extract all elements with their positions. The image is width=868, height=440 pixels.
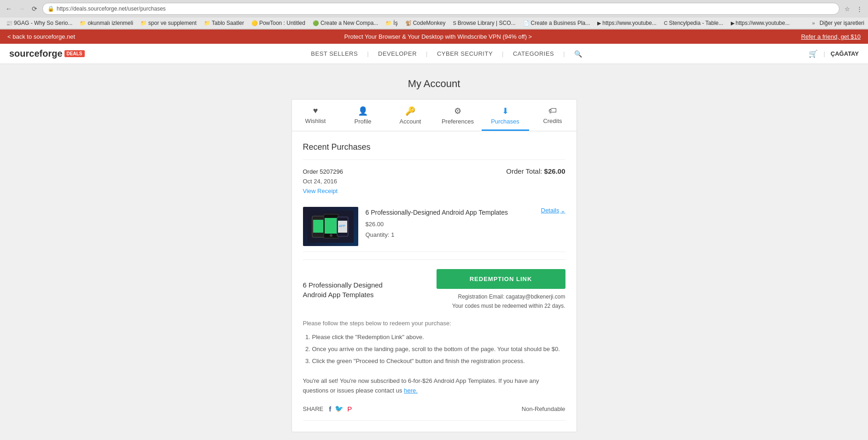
account-content: Recent Purchases Order 5207296 Oct 24, 2… (292, 131, 577, 432)
nav-cyber-security[interactable]: CYBER SECURITY (437, 50, 493, 57)
order-id: Order 5207296 (303, 167, 343, 177)
bookmark-codemonkey[interactable]: 🐒 CodeMonkey (403, 19, 448, 27)
bookmark-label: İş (393, 20, 397, 26)
step-2: Once you arrive on the landing page, scr… (312, 343, 565, 355)
pinterest-share-icon[interactable]: P (347, 405, 352, 413)
bookmark-icon: 📄 (523, 20, 530, 26)
bookmark-label: Browse Library | SCO... (458, 20, 516, 26)
bookmark-youtube1[interactable]: ▶ https://www.youtube... (595, 19, 658, 27)
order-total-value: $26.00 (544, 167, 565, 175)
view-receipt-link[interactable]: View Receipt (303, 188, 338, 194)
order-item: APP 6 Professionally-Designed Android Ap… (303, 201, 565, 252)
redemption-section: 6 Professionally Designed Android App Te… (303, 260, 565, 413)
bookmark-tablo[interactable]: 📁 Tablo Saatler (202, 19, 246, 27)
bookmark-icon: 🟢 (313, 20, 319, 26)
back-button[interactable]: ← (4, 4, 14, 14)
tab-account[interactable]: 🔑 Account (387, 100, 434, 131)
tab-label-purchases: Purchases (491, 118, 519, 125)
bookmark-youtube2[interactable]: ▶ https://www.youtube... (728, 19, 792, 27)
page-content: My Account ♥ Wishlist 👤 Profile 🔑 Accoun… (0, 64, 868, 440)
bookmark-spor[interactable]: 📁 spor ve supplement (138, 19, 199, 27)
tab-label-credits: Credits (543, 117, 562, 124)
facebook-share-icon[interactable]: f (329, 405, 331, 413)
reload-button[interactable]: ⟳ (29, 4, 40, 14)
search-icon[interactable]: 🔍 (574, 50, 583, 58)
twitter-share-icon[interactable]: 🐦 (335, 405, 344, 413)
bookmark-icon: 🟡 (251, 20, 258, 26)
nav-developer[interactable]: DEVELOPER (378, 50, 417, 57)
purchases-icon: ⬇ (502, 106, 509, 116)
url-bar[interactable]: 🔒 https://deals.sourceforge.net/user/pur… (42, 3, 839, 15)
announcement-promo[interactable]: Protect Your Browser & Your Desktop with… (75, 33, 801, 40)
nav-best-sellers[interactable]: BEST SELLERS (311, 50, 358, 57)
site-logo[interactable]: sourceforge DEALS (9, 48, 85, 59)
chevron-down-icon: ⌄ (560, 207, 565, 214)
browser-chrome: ← → ⟳ 🔒 https://deals.sourceforge.net/us… (0, 0, 868, 29)
step-1: Please click the "Redemption Link" above… (312, 331, 565, 343)
redemption-product-name: 6 Professionally Designed Android App Te… (303, 280, 404, 299)
tab-preferences[interactable]: ⚙ Preferences (434, 100, 482, 131)
bookmark-label: Create a New Compa... (320, 20, 378, 26)
bookmark-browse-library[interactable]: S Browse Library | SCO... (450, 19, 518, 27)
bookmark-icon: S (453, 20, 456, 26)
reg-email-value: cagatay@bdkenerji.com (506, 293, 565, 300)
non-refundable-label: Non-Refundable (522, 405, 565, 412)
bookmark-powtoon[interactable]: 🟡 PowToon : Untitled (249, 19, 308, 27)
bottom-divider (303, 420, 565, 421)
redemption-link-button[interactable]: REDEMPTION LINK (437, 269, 565, 289)
tab-wishlist[interactable]: ♥ Wishlist (292, 100, 339, 131)
header-right: 🛒 | ÇAĞATAY (809, 49, 859, 58)
reg-email-label: Registration Email: (458, 293, 505, 300)
bookmark-create-business[interactable]: 📄 Create a Business Pla... (521, 19, 593, 27)
svg-rect-2 (313, 220, 323, 233)
nav-categories[interactable]: CATEGORIES (513, 50, 554, 57)
tab-purchases[interactable]: ⬇ Purchases (482, 100, 529, 131)
browser-menu[interactable]: ⋮ (854, 4, 864, 14)
page-title: My Account (9, 78, 859, 90)
reg-email-line: Registration Email: cagatay@bdkenerji.co… (437, 293, 565, 301)
forward-button[interactable]: → (17, 4, 27, 14)
bookmarks-overflow[interactable]: » (812, 20, 815, 26)
footer-contact-link[interactable]: here. (404, 387, 418, 394)
bookmark-icon: 🐒 (405, 20, 412, 26)
account-icon: 🔑 (405, 106, 415, 116)
site-header: sourceforge DEALS BEST SELLERS | DEVELOP… (0, 44, 868, 64)
bookmark-star[interactable]: ☆ (842, 4, 852, 14)
details-link[interactable]: Details ⌄ (541, 207, 565, 214)
bookmark-label: okunmalı izlenmeli (87, 20, 133, 26)
order-date: Oct 24, 2016 (303, 177, 343, 187)
bookmark-is[interactable]: 📁 İş (383, 19, 400, 27)
steps-intro: Please follow the steps below to redeem … (303, 320, 565, 327)
share-bar: SHARE f 🐦 P Non-Refundable (303, 405, 565, 413)
back-to-sourceforge[interactable]: < back to sourceforge.net (7, 33, 75, 40)
bookmark-icon: 📰 (6, 20, 12, 26)
bookmark-folder-other[interactable]: Diğer yer işaretleri (820, 20, 864, 26)
tab-credits[interactable]: 🏷 Credits (529, 100, 577, 131)
bookmarks-bar: 📰 9GAG - Why So Serio... 📁 okunmalı izle… (0, 18, 868, 29)
nav-divider: | (823, 50, 825, 57)
bookmark-okunmali[interactable]: 📁 okunmalı izlenmeli (77, 19, 135, 27)
nav-divider: | (426, 50, 428, 57)
logo-deals-badge: DEALS (64, 50, 85, 57)
tab-profile[interactable]: 👤 Profile (339, 100, 387, 131)
item-price: $26.00 (366, 219, 534, 229)
bookmark-icon: 📁 (385, 20, 392, 26)
svg-point-5 (330, 234, 332, 237)
share-label: SHARE (303, 405, 324, 412)
refer-friend[interactable]: Refer a friend, get $10 (801, 33, 861, 40)
announcement-bar: < back to sourceforge.net Protect Your B… (0, 29, 868, 44)
nav-divider: | (367, 50, 369, 57)
svg-text:APP: APP (339, 224, 345, 228)
order-info: Order 5207296 Oct 24, 2016 View Receipt (303, 167, 343, 196)
bookmark-9gag[interactable]: 📰 9GAG - Why So Serio... (4, 19, 75, 27)
bookmark-stencylpedia[interactable]: C Stencylpedia - Table... (662, 19, 726, 27)
footer-note-text: You're all set! You're now subscribed to… (303, 377, 539, 394)
site-nav: BEST SELLERS | DEVELOPER | CYBER SECURIT… (311, 50, 582, 58)
cart-icon[interactable]: 🛒 (809, 49, 818, 58)
bookmark-create-company[interactable]: 🟢 Create a New Compa... (310, 19, 380, 27)
bookmark-label: 9GAG - Why So Serio... (14, 20, 72, 26)
recent-purchases-title: Recent Purchases (303, 142, 565, 152)
steps-list: Please click the "Redemption Link" above… (303, 331, 565, 367)
product-image: APP (303, 207, 358, 246)
profile-icon: 👤 (358, 106, 368, 116)
